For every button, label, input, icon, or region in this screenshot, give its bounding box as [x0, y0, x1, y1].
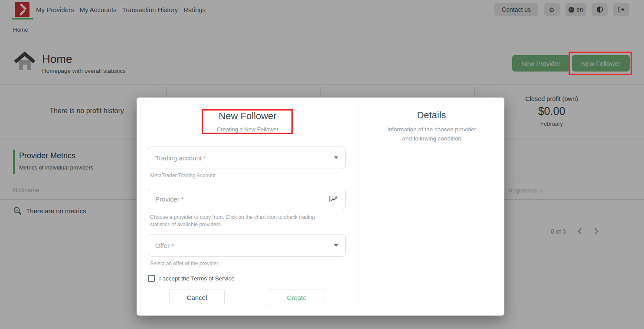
- terms-row: I accept the Terms of Service: [148, 275, 235, 282]
- terms-text: I accept the Terms of Service: [159, 275, 235, 282]
- details-description: Information of the chosen provider and f…: [385, 125, 478, 143]
- chevron-down-icon: [334, 156, 338, 159]
- provider-select[interactable]: Provider *: [148, 188, 346, 210]
- dialog-form-column: New Follower Creating a New Follower Tra…: [137, 98, 359, 316]
- terms-prefix: I accept the: [159, 275, 190, 282]
- dialog-subtitle: Creating a New Follower: [137, 126, 359, 133]
- dialog-title: New Follower: [137, 111, 359, 122]
- trading-account-label: Trading account *: [155, 154, 334, 162]
- terms-checkbox[interactable]: [148, 275, 155, 282]
- offer-helper: Select an offer of the provider: [150, 260, 218, 267]
- trading-account-select[interactable]: Trading account *: [148, 147, 346, 169]
- provider-label: Provider *: [155, 195, 329, 203]
- create-button[interactable]: Create: [269, 290, 324, 305]
- chevron-down-icon: [334, 244, 338, 247]
- dialog-divider: [359, 104, 359, 309]
- details-title: Details: [359, 110, 504, 121]
- trading-account-helper: MetaTrader Trading Account: [150, 172, 216, 179]
- provider-helper: Choose a provider to copy from. Click on…: [150, 214, 327, 229]
- terms-of-service-link[interactable]: Terms of Service: [191, 275, 235, 282]
- offer-label: Offer *: [155, 242, 334, 249]
- offer-select[interactable]: Offer *: [148, 234, 346, 257]
- chart-icon[interactable]: [329, 195, 338, 203]
- new-follower-dialog: New Follower Creating a New Follower Tra…: [137, 98, 504, 316]
- cancel-button[interactable]: Cancel: [169, 290, 225, 305]
